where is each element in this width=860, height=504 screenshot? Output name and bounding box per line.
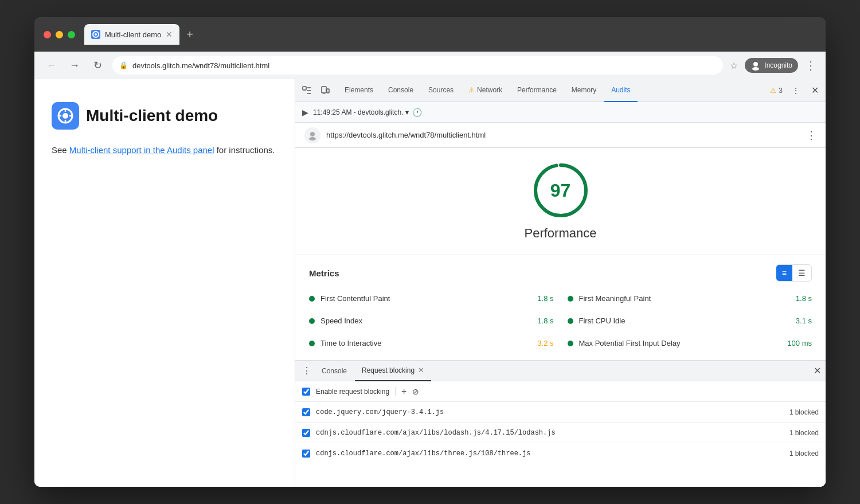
- svg-point-2: [753, 62, 758, 67]
- drawer-close-button[interactable]: ✕: [814, 365, 821, 376]
- svg-rect-12: [322, 87, 326, 93]
- toggle-list-button[interactable]: ☰: [792, 265, 811, 281]
- tab-close-button[interactable]: ✕: [166, 30, 173, 39]
- metric-value: 1.8 s: [537, 294, 553, 303]
- devtools-toolbar-icons: [300, 84, 332, 97]
- devtools-secondary-toolbar: ▶ 11:49:25 AM - devtools.glitch. ▾ 🕐: [295, 102, 826, 123]
- svg-rect-13: [327, 89, 329, 93]
- maximize-traffic-light[interactable]: [68, 31, 75, 38]
- page-title: Multi-client demo: [86, 107, 218, 125]
- drawer-console-label: Console: [322, 367, 347, 375]
- more-tabs-button[interactable]: ⋮: [787, 84, 804, 97]
- device-toolbar-button[interactable]: [318, 84, 332, 97]
- traffic-lights: [44, 31, 75, 38]
- close-traffic-light[interactable]: [44, 31, 51, 38]
- browser-content: Multi-client demo See Multi-client suppo…: [34, 79, 826, 487]
- forward-button[interactable]: →: [67, 57, 83, 73]
- warning-count-badge: ⚠ 3: [770, 87, 783, 95]
- svg-point-1: [95, 33, 97, 36]
- blocked-item-checkbox-2[interactable]: [302, 450, 310, 458]
- metric-name: Max Potential First Input Delay: [579, 339, 782, 347]
- devtools-close-button[interactable]: ✕: [809, 83, 821, 98]
- audit-dropdown[interactable]: 11:49:25 AM - devtools.glitch. ▾: [313, 108, 409, 116]
- tab-audits[interactable]: Audits: [604, 79, 637, 102]
- warning-count: 3: [779, 87, 783, 95]
- block-all-button[interactable]: ⊘: [412, 387, 419, 396]
- active-tab[interactable]: Multi-client demo ✕: [84, 24, 179, 45]
- drawer-tab-request-blocking[interactable]: Request blocking ✕: [355, 361, 431, 381]
- svg-point-16: [309, 137, 316, 140]
- add-pattern-button[interactable]: +: [401, 386, 406, 397]
- drawer-tab-console[interactable]: Console: [315, 361, 354, 381]
- blocked-pattern-0: code.jquery.com/jquery-3.4.1.js: [316, 408, 784, 416]
- audit-timestamp: 11:49:25 AM - devtools.glitch.: [313, 108, 403, 116]
- score-label: Performance: [525, 226, 597, 241]
- metrics-view-toggle: ≡ ☰: [776, 264, 812, 282]
- audits-panel-link[interactable]: Multi-client support in the Audits panel: [69, 145, 214, 155]
- lock-icon: 🔒: [119, 61, 128, 69]
- clear-audit-button[interactable]: 🕐: [412, 108, 422, 117]
- audit-url-bar: https://devtools.glitch.me/wndt78/multic…: [295, 123, 826, 148]
- drawer-tabs: ⋮ Console Request blocking ✕ ✕: [295, 361, 826, 381]
- minimize-traffic-light[interactable]: [56, 31, 63, 38]
- url-text: devtools.glitch.me/wndt78/multiclient.ht…: [132, 61, 716, 70]
- tab-network[interactable]: ⚠ Network: [462, 79, 509, 102]
- browser-window: Multi-client demo ✕ + ← → ↻ 🔒 devtools.g…: [34, 17, 826, 487]
- blocked-item-checkbox-1[interactable]: [302, 429, 310, 437]
- reload-button[interactable]: ↻: [89, 57, 105, 73]
- page-content: Multi-client demo See Multi-client suppo…: [34, 79, 295, 487]
- metric-first-meaningful-paint: First Meaningful Paint 1.8 s: [568, 291, 812, 306]
- metric-value: 3.2 s: [537, 339, 553, 347]
- page-description: See Multi-client support in the Audits p…: [52, 143, 277, 157]
- metric-name: Time to Interactive: [320, 339, 531, 347]
- drawer-request-blocking-label: Request blocking: [362, 366, 415, 374]
- enable-request-blocking-checkbox[interactable]: [302, 388, 310, 396]
- run-audit-button[interactable]: ▶: [302, 108, 308, 117]
- audit-more-button[interactable]: ⋮: [806, 129, 816, 142]
- audit-avatar: [304, 127, 320, 143]
- score-number: 97: [550, 180, 571, 201]
- tab-sources[interactable]: Sources: [421, 79, 460, 102]
- svg-point-14: [323, 93, 325, 94]
- toggle-grid-button[interactable]: ≡: [776, 265, 792, 281]
- tab-console[interactable]: Console: [381, 79, 420, 102]
- incognito-badge: Incognito: [745, 58, 798, 73]
- metric-dot: [568, 296, 573, 302]
- tab-performance[interactable]: Performance: [510, 79, 564, 102]
- blocked-item: cdnjs.cloudflare.com/ajax/libs/three.js/…: [295, 443, 826, 464]
- enable-request-blocking-label: Enable request blocking: [316, 388, 389, 396]
- back-button[interactable]: ←: [44, 57, 60, 73]
- metric-max-potential-fid: Max Potential First Input Delay 100 ms: [568, 335, 812, 351]
- devtools-panel: Elements Console Sources ⚠ Network Perfo…: [295, 79, 826, 487]
- score-circle: 97: [532, 162, 589, 219]
- tab-memory[interactable]: Memory: [565, 79, 603, 102]
- new-tab-button[interactable]: +: [182, 26, 198, 44]
- metric-value: 3.1 s: [796, 317, 812, 325]
- url-bar[interactable]: 🔒 devtools.glitch.me/wndt78/multiclient.…: [112, 56, 723, 75]
- blocked-item-checkbox-0[interactable]: [302, 408, 310, 416]
- blocked-item: code.jquery.com/jquery-3.4.1.js 1 blocke…: [295, 402, 826, 423]
- devtools-tabs: Elements Console Sources ⚠ Network Perfo…: [295, 79, 826, 102]
- metric-dot: [309, 318, 315, 324]
- bookmark-icon[interactable]: ☆: [730, 60, 738, 71]
- audit-info: 11:49:25 AM - devtools.glitch. ▾ 🕐: [313, 108, 422, 117]
- console-drawer: ⋮ Console Request blocking ✕ ✕ Enable re…: [295, 360, 826, 487]
- tab-title: Multi-client demo: [105, 30, 161, 39]
- devtools-tabs-right: ⚠ 3 ⋮ ✕: [770, 83, 821, 98]
- drawer-more-button[interactable]: ⋮: [300, 363, 314, 378]
- metric-name: First Meaningful Paint: [579, 294, 790, 303]
- metric-value: 1.8 s: [537, 317, 553, 325]
- warning-icon: ⚠: [770, 87, 776, 95]
- blocked-count-1: 1 blocked: [789, 429, 819, 437]
- metric-name: Speed Index: [320, 317, 531, 325]
- score-section: 97 Performance: [295, 148, 826, 255]
- blocked-pattern-2: cdnjs.cloudflare.com/ajax/libs/three.js/…: [316, 450, 784, 458]
- blocked-item: cdnjs.cloudflare.com/ajax/libs/lodash.js…: [295, 423, 826, 443]
- svg-point-6: [62, 113, 68, 119]
- close-request-blocking-tab[interactable]: ✕: [418, 366, 424, 374]
- browser-more-button[interactable]: ⋮: [805, 58, 816, 72]
- inspect-element-button[interactable]: [300, 84, 314, 97]
- audit-url-text: https://devtools.glitch.me/wndt78/multic…: [326, 131, 800, 139]
- metric-time-to-interactive: Time to Interactive 3.2 s: [309, 335, 554, 351]
- tab-elements[interactable]: Elements: [338, 79, 380, 102]
